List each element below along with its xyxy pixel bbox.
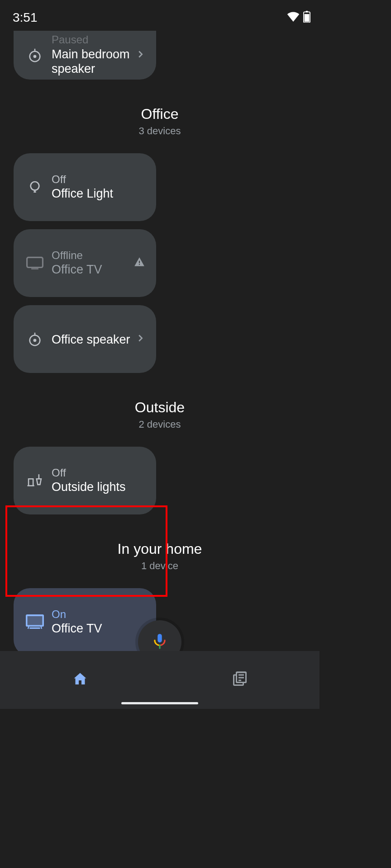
lightbulb-icon [24, 180, 45, 194]
tv-icon [24, 614, 45, 630]
device-status: Offline [52, 250, 134, 261]
bottom-nav [0, 651, 319, 709]
device-card-office-light[interactable]: Off Office Light [14, 153, 156, 221]
chevron-right-icon [135, 49, 145, 61]
feed-icon [232, 671, 248, 689]
tab-home[interactable] [0, 651, 160, 709]
room-title: Office [14, 106, 306, 123]
speaker-icon [24, 47, 45, 63]
room-title: In your home [14, 541, 306, 557]
microphone-icon [151, 632, 168, 651]
room-subtitle: 3 devices [14, 125, 306, 137]
device-status: Paused [52, 34, 135, 46]
speaker-icon [24, 331, 45, 347]
room-header-office[interactable]: Office 3 devices [14, 106, 306, 137]
wifi-icon [287, 12, 300, 24]
svg-rect-11 [139, 261, 140, 263]
device-name: Office TV [52, 262, 134, 277]
device-name: Outside lights [52, 480, 145, 494]
svg-line-22 [41, 626, 42, 629]
svg-point-4 [34, 56, 36, 57]
room-header-in-your-home[interactable]: In your home 1 device [14, 541, 306, 572]
device-card-office-tv-on[interactable]: On Office TV [14, 588, 156, 656]
tv-icon [24, 256, 45, 270]
device-card-main-bedroom-speaker[interactable]: Paused Main bedroom speaker [14, 31, 156, 80]
device-name: Office speaker [52, 332, 135, 347]
battery-icon [303, 11, 310, 24]
status-bar: 3:51 [0, 0, 319, 31]
room-header-outside[interactable]: Outside 2 devices [14, 399, 306, 430]
room-subtitle: 2 devices [14, 419, 306, 430]
device-card-office-tv-offline[interactable]: Offline Office TV [14, 229, 156, 297]
svg-point-6 [31, 182, 39, 190]
device-name: Office TV [52, 621, 145, 636]
home-indicator[interactable] [121, 702, 198, 704]
device-name: Office Light [52, 186, 145, 201]
warning-icon [134, 256, 145, 270]
device-card-outside-lights[interactable]: Off Outside lights [14, 447, 156, 514]
svg-rect-2 [305, 14, 310, 22]
svg-rect-18 [27, 615, 43, 626]
home-icon [72, 671, 88, 689]
svg-rect-23 [157, 634, 162, 642]
device-status: Off [52, 174, 145, 185]
device-card-office-speaker[interactable]: Office speaker [14, 305, 156, 373]
status-icons [287, 11, 310, 24]
tab-feed[interactable] [160, 651, 319, 709]
device-name: Main bedroom speaker [52, 47, 135, 76]
svg-rect-12 [139, 264, 140, 265]
svg-rect-1 [306, 11, 308, 13]
device-status: Off [52, 467, 145, 479]
room-title: Outside [14, 399, 306, 416]
svg-rect-9 [27, 257, 43, 267]
svg-point-14 [34, 340, 36, 341]
svg-line-21 [28, 626, 29, 629]
room-subtitle: 1 device [14, 560, 306, 572]
device-status: On [52, 609, 145, 620]
outdoor-lights-icon [24, 473, 45, 488]
chevron-right-icon [135, 333, 145, 345]
status-time: 3:51 [13, 10, 38, 25]
